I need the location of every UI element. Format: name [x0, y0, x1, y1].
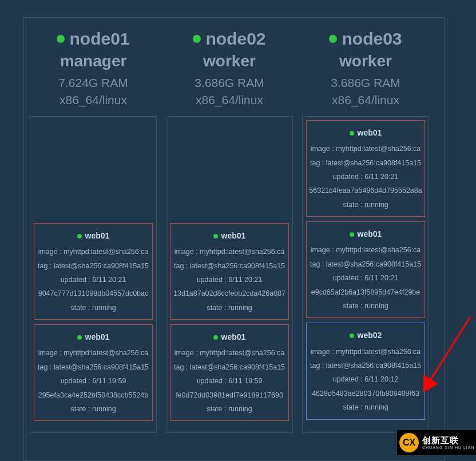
container-title-label: web01 [85, 329, 110, 345]
node-name[interactable]: node01 [57, 29, 129, 49]
container-tag: tag : latest@sha256:ca908f415a15 [37, 360, 150, 374]
container-card[interactable]: web01image : myhttpd:latest@sha256:catag… [306, 221, 425, 318]
container-id: 56321c4feaa7a5496d4d795552a8a [309, 184, 422, 197]
container-updated: updated : 6/11 20:21 [309, 271, 422, 285]
container-image: image : myhttpd:latest@sha256:ca [37, 346, 150, 360]
container-updated: updated : 6/11 20:21 [309, 170, 422, 184]
container-card[interactable]: web01image : myhttpd:latest@sha256:catag… [34, 223, 153, 320]
container-image: image : myhttpd:latest@sha256:ca [173, 245, 286, 259]
container-id: 4628d5483ae280370fb808489f63 [309, 387, 422, 400]
container-id: fe0d72dd03981edf7e9189117693 [173, 388, 286, 402]
container-state: state : running [37, 402, 150, 416]
status-dot-icon [350, 232, 354, 237]
container-tag: tag : latest@sha256:ca908f415a15 [173, 259, 286, 273]
status-dot-icon [213, 234, 218, 239]
node-arch: x86_64/linux [193, 93, 265, 107]
node-ram: 7.624G RAM [57, 76, 129, 90]
watermark: CX 创新互联 CHUANG XIN HU LIAN [397, 430, 476, 455]
status-dot-icon [77, 335, 82, 340]
container-tag: tag : latest@sha256:ca908f415a15 [309, 257, 422, 271]
node-header: node02worker3.686G RAMx86_64/linux [193, 26, 265, 110]
container-state: state : running [173, 402, 286, 416]
container-title-label: web01 [85, 228, 110, 244]
node-column: node03worker3.686G RAMx86_64/linuxweb01i… [302, 26, 429, 433]
container-state: state : running [173, 301, 286, 315]
container-id: e9cd65af2b6a13f5895d47e4f29be [309, 285, 422, 299]
status-dot-icon [57, 35, 65, 43]
container-card[interactable]: web01image : myhttpd:latest@sha256:catag… [34, 324, 153, 421]
node-column: node01manager7.624G RAMx86_64/linuxweb01… [30, 26, 157, 433]
watermark-text-pinyin: CHUANG XIN HU LIAN [422, 446, 475, 450]
container-title-label: web01 [358, 125, 382, 141]
container-title-label: web02 [358, 328, 382, 343]
container-id: 295efa3ca4e252bf50438ccb5524b [37, 388, 150, 402]
swarm-panel: node01manager7.624G RAMx86_64/linuxweb01… [23, 17, 445, 461]
container-title-label: web01 [358, 226, 382, 242]
container-id: 9047c777d131098db04557dc0bac [37, 287, 150, 300]
container-state: state : running [309, 299, 422, 313]
status-dot-icon [77, 234, 82, 239]
container-card[interactable]: web01image : myhttpd:latest@sha256:catag… [306, 120, 425, 217]
container-state: state : running [309, 400, 422, 414]
node-header: node01manager7.624G RAMx86_64/linux [57, 26, 129, 110]
node-role: manager [57, 52, 129, 70]
container-card[interactable]: web02image : myhttpd:latest@sha256:catag… [306, 323, 425, 419]
node-name[interactable]: node02 [193, 29, 265, 49]
watermark-logo: CX [399, 433, 419, 452]
container-image: image : myhttpd:latest@sha256:ca [309, 142, 422, 156]
status-dot-icon [329, 35, 337, 43]
node-arch: x86_64/linux [57, 93, 129, 107]
node-ram: 3.686G RAM [329, 76, 402, 90]
watermark-text-zh: 创新互联 [422, 435, 475, 446]
container-id: 13d1a87a02d8ccfebb2cda426a087 [173, 287, 286, 300]
container-card[interactable]: web01image : myhttpd:latest@sha256:catag… [170, 324, 289, 421]
node-name-label: node01 [69, 29, 129, 49]
node-columns: node01manager7.624G RAMx86_64/linuxweb01… [24, 18, 444, 433]
container-list: web01image : myhttpd:latest@sha256:catag… [166, 116, 293, 433]
container-state: state : running [37, 301, 150, 315]
container-tag: tag : latest@sha256:ca908f415a15 [309, 359, 422, 372]
container-updated: updated : 6/11 20:21 [37, 273, 150, 287]
node-role: worker [329, 52, 402, 70]
container-title: web01 [309, 125, 422, 141]
container-image: image : myhttpd:latest@sha256:ca [309, 243, 422, 257]
container-tag: tag : latest@sha256:ca908f415a15 [37, 259, 150, 273]
node-name-label: node02 [205, 29, 265, 49]
container-title: web01 [37, 228, 150, 244]
container-state: state : running [309, 198, 422, 212]
status-dot-icon [350, 131, 354, 136]
status-dot-icon [193, 35, 201, 43]
node-role: worker [193, 52, 265, 70]
container-image: image : myhttpd:latest@sha256:ca [173, 346, 286, 360]
container-card[interactable]: web01image : myhttpd:latest@sha256:catag… [170, 223, 289, 320]
node-arch: x86_64/linux [329, 93, 402, 107]
container-image: image : myhttpd:latest@sha256:ca [37, 245, 150, 259]
node-ram: 3.686G RAM [193, 76, 265, 90]
container-title: web01 [173, 329, 286, 345]
container-title: web01 [173, 228, 286, 244]
container-list: web01image : myhttpd:latest@sha256:catag… [302, 116, 429, 433]
node-column: node02worker3.686G RAMx86_64/linuxweb01i… [166, 26, 293, 433]
container-title: web02 [309, 328, 422, 343]
container-updated: updated : 6/11 20:21 [173, 273, 286, 287]
node-header: node03worker3.686G RAMx86_64/linux [329, 26, 402, 110]
container-updated: updated : 6/11 19:59 [173, 374, 286, 388]
status-dot-icon [350, 333, 354, 338]
container-title-label: web01 [221, 329, 246, 345]
container-updated: updated : 6/11 20:12 [309, 372, 422, 386]
container-title: web01 [309, 226, 422, 242]
container-title: web01 [37, 329, 150, 345]
container-list: web01image : myhttpd:latest@sha256:catag… [30, 116, 157, 433]
status-dot-icon [213, 335, 218, 340]
node-name-label: node03 [342, 29, 402, 49]
container-title-label: web01 [221, 228, 246, 244]
node-name[interactable]: node03 [329, 29, 402, 49]
container-tag: tag : latest@sha256:ca908f415a15 [309, 156, 422, 170]
container-updated: updated : 6/11 19:59 [37, 374, 150, 388]
container-image: image : myhttpd:latest@sha256:ca [309, 345, 422, 359]
container-tag: tag : latest@sha256:ca908f415a15 [173, 360, 286, 374]
